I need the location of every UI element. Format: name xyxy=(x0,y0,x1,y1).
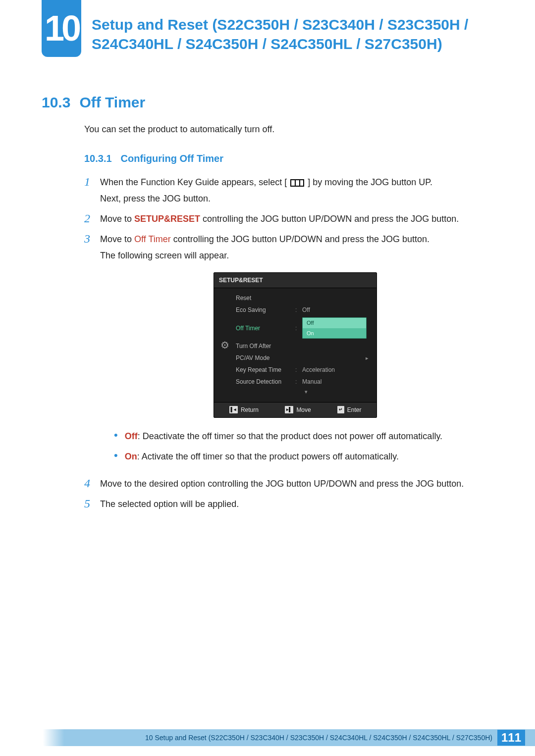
osd-label: Off Timer xyxy=(236,324,291,333)
colon: : xyxy=(295,324,298,333)
osd-value: Acceleration xyxy=(302,365,372,374)
osd-item-key-repeat[interactable]: Key Repeat Time : Acceleration xyxy=(236,364,376,376)
step-1-text-b: ] by moving the JOG button UP. xyxy=(308,177,432,187)
bullet-on-text: : Activate the off timer so that the pro… xyxy=(137,452,399,461)
osd-label: Source Detection xyxy=(236,377,291,386)
osd-label: Turn Off After xyxy=(236,342,291,351)
subsection-title: Configuring Off Timer xyxy=(121,151,223,166)
bullet-off: • Off: Deactivate the off timer so that … xyxy=(100,430,490,443)
section-title: Off Timer xyxy=(79,94,145,111)
chevron-right-icon: ▸ xyxy=(366,355,369,361)
step-3: 3 Move to Off Timer controlling the JOG … xyxy=(84,233,490,470)
colon: : xyxy=(295,377,298,386)
osd-label: PC/AV Mode xyxy=(236,353,291,362)
page-footer: 10 Setup and Reset (S22C350H / S23C340H … xyxy=(0,729,535,746)
move-icon: ▸▌ xyxy=(285,406,293,414)
osd-label: Key Repeat Time xyxy=(236,365,291,374)
dropdown-option-on[interactable]: On xyxy=(303,328,366,339)
osd-footer-label: Enter xyxy=(347,405,362,414)
step-2-highlight: SETUP&RESET xyxy=(134,214,200,224)
step-3-line2: The following screen will appear. xyxy=(100,249,490,262)
dropdown-option-off[interactable]: Off xyxy=(303,318,366,328)
osd-item-turn-off-after[interactable]: Turn Off After xyxy=(236,340,376,352)
osd-item-pcav-mode[interactable]: PC/AV Mode ▸ xyxy=(236,352,376,364)
step-2: 2 Move to SETUP&RESET controlling the JO… xyxy=(84,212,490,226)
step-number: 1 xyxy=(84,176,92,188)
page-number: 111 xyxy=(497,730,525,746)
osd-footer-label: Move xyxy=(296,405,311,414)
step-1-line2: Next, press the JOG button. xyxy=(100,192,490,205)
bullet-off-text: : Deactivate the off timer so that the p… xyxy=(138,431,442,441)
osd-item-eco-saving[interactable]: Eco Saving : Off xyxy=(236,304,376,316)
step-4: 4 Move to the desired option controlling… xyxy=(84,477,490,491)
chevron-down-icon: ▾ xyxy=(305,389,308,395)
osd-footer-enter[interactable]: ↵ Enter xyxy=(337,405,362,414)
step-number: 2 xyxy=(84,212,92,224)
colon: : xyxy=(295,365,298,374)
osd-footer-return[interactable]: ▌◂ Return xyxy=(229,405,259,414)
subsection-number: 10.3.1 xyxy=(84,151,112,166)
osd-value: Manual xyxy=(302,377,372,386)
osd-footer-label: Return xyxy=(241,405,259,414)
step-2-text-a: Move to xyxy=(100,214,134,224)
bullet-on: • On: Activate the off timer so that the… xyxy=(100,450,490,463)
bullet-off-label: Off xyxy=(125,431,138,441)
bullet-icon: • xyxy=(114,430,118,443)
footer-text: 10 Setup and Reset (S22C350H / S23C340H … xyxy=(145,734,492,742)
step-number: 3 xyxy=(84,233,92,245)
step-number: 5 xyxy=(84,498,92,509)
step-1-text-a: When the Function Key Guide appears, sel… xyxy=(100,177,287,187)
chapter-title: Setup and Reset (S22C350H / S23C340H / S… xyxy=(92,15,500,53)
colon: : xyxy=(295,305,298,314)
step-5-text: The selected option will be applied. xyxy=(100,498,490,511)
osd-panel: SETUP&RESET ⚙ Reset Eco Saving xyxy=(214,272,377,418)
osd-footer-move[interactable]: ▸▌ Move xyxy=(285,405,311,414)
step-2-text-b: controlling the JOG button UP/DOWN and p… xyxy=(200,214,459,224)
bullet-icon: • xyxy=(114,450,118,463)
return-icon: ▌◂ xyxy=(229,406,238,414)
osd-item-off-timer[interactable]: Off Timer : Off On xyxy=(236,316,376,340)
step-1: 1 When the Function Key Guide appears, s… xyxy=(84,176,490,205)
osd-item-source-detection[interactable]: Source Detection : Manual xyxy=(236,376,376,388)
enter-icon: ↵ xyxy=(337,406,344,414)
step-4-text: Move to the desired option controlling t… xyxy=(100,477,490,491)
osd-label: Reset xyxy=(236,294,291,302)
gear-icon: ⚙ xyxy=(220,338,229,353)
osd-dropdown[interactable]: Off On xyxy=(302,317,367,339)
osd-header: SETUP&RESET xyxy=(214,273,376,288)
osd-label: Eco Saving xyxy=(236,305,291,314)
osd-value: Off xyxy=(302,305,372,314)
chapter-number-badge: 10 xyxy=(42,0,81,57)
step-5: 5 The selected option will be applied. xyxy=(84,498,490,511)
step-3-text-b: controlling the JOG button UP/DOWN and p… xyxy=(171,234,429,244)
step-3-text-a: Move to xyxy=(100,234,134,244)
bullet-on-label: On xyxy=(125,452,137,461)
osd-item-reset[interactable]: Reset xyxy=(236,292,376,304)
menu-icon xyxy=(290,179,304,187)
step-3-highlight: Off Timer xyxy=(134,234,171,244)
section-number: 10.3 xyxy=(42,94,70,111)
intro-text: You can set the product to automatically… xyxy=(84,123,490,136)
step-number: 4 xyxy=(84,477,92,489)
